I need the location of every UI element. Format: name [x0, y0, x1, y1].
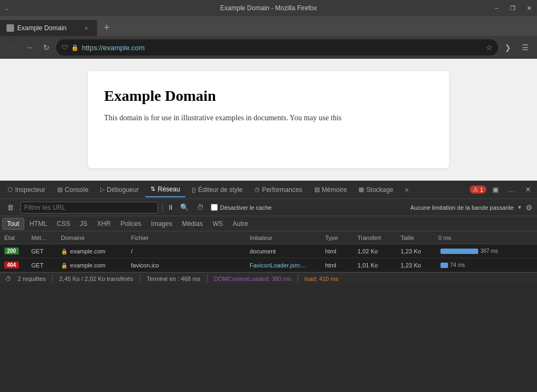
cache-checkbox[interactable] — [211, 204, 218, 211]
size-cell: 1,23 Ko — [396, 248, 434, 255]
col-header-size[interactable]: Taille — [396, 235, 434, 241]
webpage-content: Example Domain This domain is for use in… — [88, 71, 449, 168]
devtools-close-button[interactable]: ✕ — [521, 183, 535, 197]
devtools-toolbar: ⬡ Inspecteur ▤ Console ▷ Débogueur ⇅ Rés… — [0, 181, 537, 199]
timing-bar — [440, 263, 448, 268]
reseau-icon: ⇅ — [150, 185, 155, 192]
filter-tab-images[interactable]: Images — [147, 218, 176, 230]
forward-button[interactable]: → — [22, 40, 37, 55]
filter-tab-medias[interactable]: Médias — [177, 218, 207, 230]
timing-label: 74 ms — [450, 262, 465, 268]
dt-tab-stockage[interactable]: ▦ Stockage — [353, 182, 398, 197]
dt-tab-stockage-label: Stockage — [366, 186, 393, 194]
bookmark-star-icon[interactable]: ☆ — [486, 43, 493, 52]
throttle-dropdown-icon[interactable]: ▾ — [518, 204, 521, 211]
domain-text: example.com — [70, 262, 105, 269]
status-badge-200: 200 — [4, 247, 19, 255]
dt-tab-debogueur-label: Débogueur — [107, 186, 139, 194]
filter-url-input[interactable] — [20, 202, 158, 214]
clock-icon: ⏱ — [5, 276, 11, 282]
refresh-button[interactable]: ↻ — [39, 40, 54, 55]
disable-cache-checkbox[interactable]: Désactiver le cache — [211, 204, 272, 211]
filter-icon-button[interactable]: ⏱ — [195, 202, 206, 214]
webpage-viewport: Example Domain This domain is for use in… — [0, 59, 537, 181]
clear-button[interactable]: 🗑 — [4, 202, 16, 214]
col-header-etat[interactable]: État — [0, 235, 27, 241]
network-table: État Mét... Domaine Fichier Initiateur T… — [0, 231, 537, 272]
table-row[interactable]: 200 GET 🔒 example.com / document html 1,… — [0, 244, 537, 258]
pause-button[interactable]: ⏸ — [167, 203, 174, 211]
webpage-title: Example Domain — [104, 87, 433, 105]
domain-cell: 🔒 example.com — [57, 262, 127, 269]
responsive-design-button[interactable]: ▣ — [488, 183, 502, 197]
dt-tab-editeur-label: Éditeur de style — [198, 186, 243, 194]
no-cache-label: Désactiver le cache — [220, 204, 272, 211]
dt-tab-more-label: » — [405, 186, 409, 194]
filter-tab-css[interactable]: CSS — [52, 218, 74, 230]
filter-tab-html[interactable]: HTML — [25, 218, 52, 230]
col-header-method[interactable]: Mét... — [27, 235, 57, 241]
status-badge-404: 404 — [4, 262, 19, 269]
throttle-select[interactable]: Aucune limitation de la bande passante — [410, 204, 514, 211]
dt-tab-console[interactable]: ▤ Console — [52, 182, 94, 197]
initiator-link[interactable]: FaviconLoader.jsm:... — [250, 262, 306, 269]
menu-button[interactable]: ☰ — [518, 40, 533, 55]
col-header-initiator[interactable]: Initiateur — [245, 235, 321, 241]
titlebar-chevron[interactable]: ⌄ — [4, 5, 9, 12]
filter-tab-ws[interactable]: WS — [208, 218, 227, 230]
dt-toolbar-right: ⚠ 1 ▣ … ✕ — [470, 183, 535, 197]
dt-tab-more[interactable]: » — [400, 182, 414, 197]
new-tab-button[interactable]: + — [99, 20, 114, 35]
options-button[interactable]: … — [505, 183, 519, 197]
col-header-domain[interactable]: Domaine — [57, 235, 127, 241]
dt-tab-editeur[interactable]: {} Éditeur de style — [187, 182, 248, 197]
dt-tab-memoire[interactable]: ▨ Mémoire — [309, 182, 353, 197]
tabbar: Example Domain × + — [0, 16, 537, 36]
dt-tab-reseau[interactable]: ⇅ Réseau — [145, 182, 185, 197]
dt-tab-console-label: Console — [65, 186, 88, 194]
status-cell: 404 — [0, 262, 27, 269]
pocket-button[interactable]: ❯ — [500, 40, 515, 55]
filter-tab-xhr[interactable]: XHR — [93, 218, 115, 230]
filter-tab-autre[interactable]: Autre — [228, 218, 252, 230]
status-sep-2 — [140, 275, 140, 283]
dt-tab-inspecteur-label: Inspecteur — [15, 186, 45, 194]
minimize-button[interactable]: − — [488, 0, 505, 16]
finish-time: Terminé en : 468 ms — [147, 276, 201, 282]
status-sep-3 — [207, 275, 208, 283]
table-body: 200 GET 🔒 example.com / document html 1,… — [0, 244, 537, 272]
network-settings-button[interactable]: ⚙ — [526, 203, 533, 212]
debogueur-icon: ▷ — [100, 186, 105, 193]
domain-cell: 🔒 example.com — [57, 248, 127, 255]
titlebar-controls: − ❐ ✕ — [488, 0, 537, 16]
stockage-icon: ▦ — [359, 186, 364, 193]
request-count: 2 requêtes — [18, 276, 46, 282]
back-button[interactable]: ← — [4, 40, 19, 55]
close-button[interactable]: ✕ — [521, 0, 537, 16]
filter-tab-polices[interactable]: Polices — [116, 218, 146, 230]
method-cell: GET — [27, 248, 57, 255]
col-header-file[interactable]: Fichier — [127, 235, 245, 241]
address-bar[interactable]: 🛡 🔒 https://example.com ☆ — [56, 39, 498, 56]
restore-button[interactable]: ❐ — [505, 0, 521, 16]
editeur-icon: {} — [192, 187, 196, 193]
filter-tab-tout[interactable]: Tout — [2, 218, 24, 230]
dt-tab-debogueur[interactable]: ▷ Débogueur — [95, 182, 144, 197]
dt-tab-inspecteur[interactable]: ⬡ Inspecteur — [2, 182, 51, 197]
search-button[interactable]: 🔍 — [178, 202, 190, 214]
table-row[interactable]: 404 GET 🔒 example.com favicon.ico Favico… — [0, 258, 537, 272]
lock-icon: 🔒 — [71, 44, 79, 51]
console-icon: ▤ — [57, 186, 63, 193]
dt-tab-performances-label: Performances — [262, 186, 302, 194]
error-badge[interactable]: ⚠ 1 — [470, 185, 486, 194]
filter-tab-js[interactable]: JS — [75, 218, 92, 230]
col-header-type[interactable]: Type — [321, 235, 353, 241]
col-header-timing[interactable]: 0 ms — [434, 235, 537, 241]
tab-close-button[interactable]: × — [82, 24, 91, 32]
dt-tab-performances[interactable]: ◷ Performances — [249, 182, 308, 197]
browser-tab[interactable]: Example Domain × — [0, 20, 97, 36]
status-cell: 200 — [0, 247, 27, 255]
shield-icon: 🛡 — [61, 44, 68, 51]
col-header-transfer[interactable]: Transfert — [353, 235, 396, 241]
webpage-paragraph: This domain is for use in illustrative e… — [104, 112, 433, 123]
